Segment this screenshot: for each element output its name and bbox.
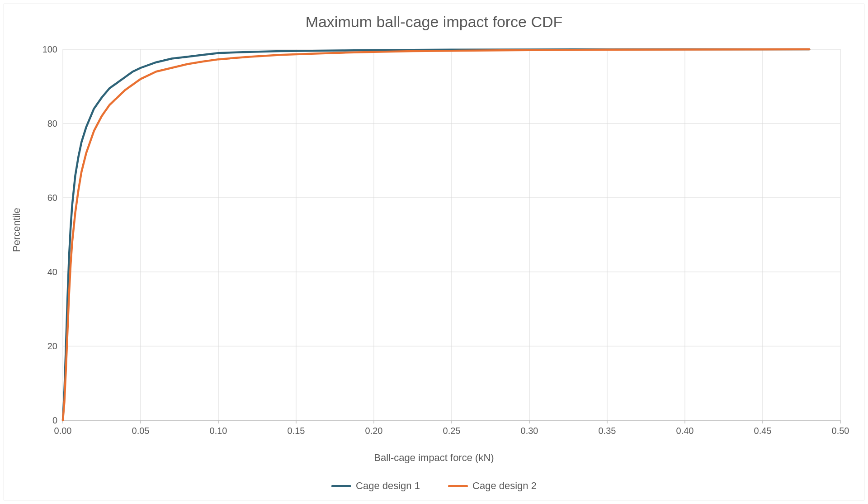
svg-text:0.25: 0.25 — [443, 426, 461, 436]
svg-text:0: 0 — [52, 415, 57, 425]
plot-area: 0.000.050.100.150.200.250.300.350.400.45… — [54, 45, 849, 438]
chart-frame: Maximum ball-cage impact force CDF Perce… — [4, 4, 864, 500]
y-axis-label: Percentile — [11, 208, 23, 252]
svg-text:60: 60 — [47, 193, 57, 203]
chart-svg: 0.000.050.100.150.200.250.300.350.400.45… — [54, 45, 849, 438]
svg-text:0.00: 0.00 — [54, 426, 72, 436]
svg-text:40: 40 — [47, 267, 57, 277]
legend-item-2: Cage design 2 — [448, 480, 537, 492]
legend-swatch-1 — [331, 485, 351, 487]
legend-item-1: Cage design 1 — [331, 480, 420, 492]
legend-label-2: Cage design 2 — [472, 480, 537, 492]
svg-text:0.05: 0.05 — [132, 426, 150, 436]
svg-text:0.30: 0.30 — [521, 426, 538, 436]
svg-text:0.45: 0.45 — [754, 426, 772, 436]
legend-label-1: Cage design 1 — [356, 480, 420, 492]
svg-text:0.10: 0.10 — [210, 426, 227, 436]
svg-text:0.35: 0.35 — [599, 426, 616, 436]
svg-text:0.20: 0.20 — [365, 426, 383, 436]
legend: Cage design 1 Cage design 2 — [4, 478, 864, 492]
svg-text:0.40: 0.40 — [676, 426, 694, 436]
svg-text:0.15: 0.15 — [288, 426, 305, 436]
legend-swatch-2 — [448, 485, 468, 487]
svg-text:0.50: 0.50 — [832, 426, 849, 436]
x-axis-label: Ball-cage impact force (kN) — [4, 452, 864, 464]
svg-text:20: 20 — [47, 341, 57, 351]
svg-text:100: 100 — [42, 44, 57, 54]
chart-title: Maximum ball-cage impact force CDF — [4, 13, 864, 31]
svg-text:80: 80 — [47, 119, 57, 128]
